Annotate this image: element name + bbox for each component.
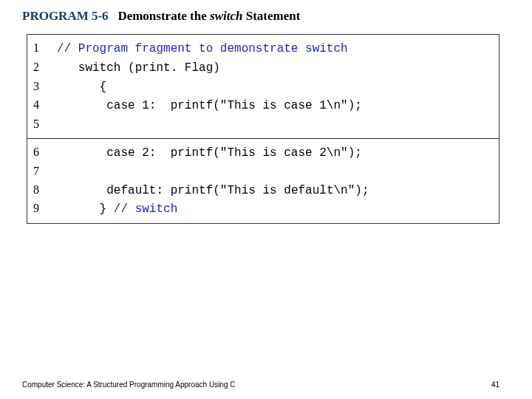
code-block-1: 1// Program fragment to demonstrate swit… (27, 35, 499, 139)
program-number: PROGRAM 5-6 (22, 9, 109, 23)
line-number: 7 (33, 163, 52, 181)
code-text: } // switch (57, 200, 177, 219)
line-number: 3 (33, 78, 52, 96)
code-line: 6 case 2: printf("This is case 2\n"); (33, 143, 493, 163)
line-number: 6 (33, 143, 52, 162)
program-header: PROGRAM 5-6 Demonstrate the switch State… (0, 0, 532, 24)
line-number: 4 (33, 96, 52, 115)
switch-word: switch (210, 9, 242, 23)
code-text: switch (print. Flag) (57, 59, 220, 78)
code-line: 5 (33, 115, 493, 134)
line-number: 2 (33, 58, 52, 77)
code-line: 9 } // switch (33, 200, 493, 219)
code-text: case 2: printf("This is case 2\n"); (57, 144, 362, 163)
code-block-2: 6 case 2: printf("This is case 2\n");78 … (27, 138, 499, 223)
code-line: 7 (33, 163, 493, 181)
code-line: 4 case 1: printf("This is case 1\n"); (33, 96, 493, 115)
code-text: case 1: printf("This is case 1\n"); (57, 97, 362, 115)
code-listing: 1// Program fragment to demonstrate swit… (27, 34, 499, 224)
code-line: 1// Program fragment to demonstrate swit… (33, 39, 493, 58)
code-text: // Program fragment to demonstrate switc… (57, 40, 348, 58)
title-before: Demonstrate the (117, 9, 210, 23)
page-number: 41 (491, 381, 499, 389)
line-number: 8 (33, 181, 52, 200)
line-number: 1 (33, 39, 52, 58)
line-number: 9 (33, 200, 52, 218)
code-line: 2 switch (print. Flag) (33, 58, 493, 78)
line-number: 5 (33, 115, 52, 134)
code-line: 8 default: printf("This is default\n"); (33, 181, 493, 200)
code-text: { (57, 78, 106, 97)
code-line: 3 { (33, 78, 493, 97)
footer-text: Computer Science: A Structured Programmi… (22, 381, 235, 389)
title-after: Statement (242, 9, 300, 23)
code-text: default: printf("This is default\n"); (57, 182, 369, 200)
